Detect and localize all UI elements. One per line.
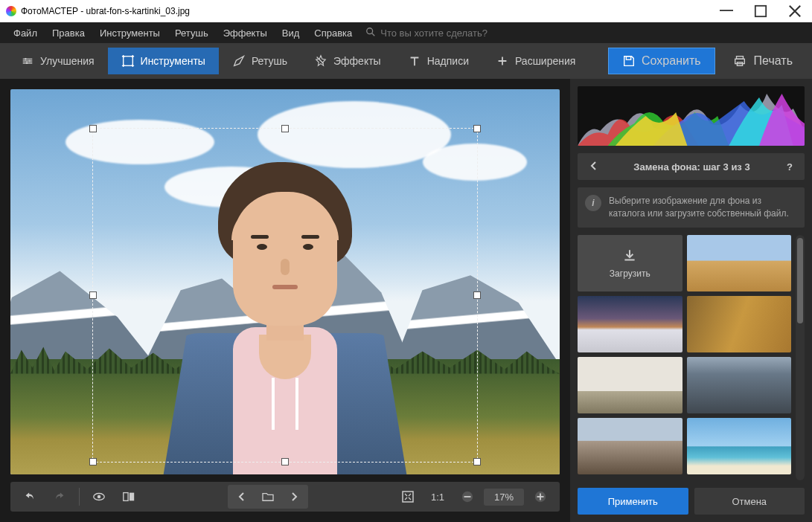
app-logo-icon bbox=[6, 6, 16, 16]
thumbs-scrollbar[interactable] bbox=[796, 235, 805, 480]
svg-rect-0 bbox=[720, 10, 733, 11]
nav-prev-button[interactable] bbox=[228, 485, 255, 509]
panel-footer: Применить Отмена bbox=[578, 488, 805, 515]
canvas-bottom-bar: 1:1 17% bbox=[10, 482, 560, 512]
svg-rect-17 bbox=[464, 496, 470, 497]
menu-effects[interactable]: Эффекты bbox=[217, 25, 273, 42]
toolbar: Улучшения Инструменты Ретушь Эффекты Над… bbox=[0, 43, 812, 79]
apply-button[interactable]: Применить bbox=[578, 488, 688, 515]
print-button[interactable]: Печать bbox=[721, 48, 805, 74]
svg-rect-15 bbox=[403, 492, 413, 502]
menu-file[interactable]: Файл bbox=[7, 25, 43, 42]
download-icon bbox=[621, 248, 638, 264]
save-button[interactable]: Сохранить bbox=[608, 48, 715, 74]
step-help-button[interactable]: ? bbox=[782, 160, 797, 174]
zoom-out-button[interactable] bbox=[454, 485, 481, 509]
zoom-in-button[interactable] bbox=[527, 485, 554, 509]
compare-button[interactable] bbox=[115, 485, 142, 509]
crop-handle-bm[interactable] bbox=[281, 458, 289, 465]
menu-view[interactable]: Вид bbox=[276, 25, 306, 42]
search-icon bbox=[365, 27, 376, 39]
titlebar: ФотоМАСТЕР - ubrat-fon-s-kartinki_03.jpg bbox=[0, 0, 812, 22]
crop-frame[interactable] bbox=[92, 128, 478, 463]
tab-extensions[interactable]: Расширения bbox=[482, 48, 589, 74]
svg-rect-6 bbox=[123, 57, 132, 66]
fit-screen-button[interactable] bbox=[394, 485, 421, 509]
svg-point-3 bbox=[25, 58, 27, 60]
crop-handle-br[interactable] bbox=[473, 458, 481, 465]
svg-point-2 bbox=[367, 28, 373, 33]
info-icon: i bbox=[585, 195, 601, 211]
upload-background-button[interactable]: Загрузить bbox=[578, 235, 682, 291]
crop-handle-mr[interactable] bbox=[473, 291, 481, 299]
nav-folder-button[interactable] bbox=[255, 485, 281, 509]
step-title: Замена фона: шаг 3 из 3 bbox=[601, 161, 782, 173]
ratio-button[interactable]: 1:1 bbox=[424, 485, 451, 509]
step-header: Замена фона: шаг 3 из 3 ? bbox=[578, 153, 805, 180]
menu-retouch[interactable]: Ретушь bbox=[169, 25, 214, 42]
bg-thumb-beach[interactable] bbox=[687, 418, 792, 474]
bg-thumb-city[interactable] bbox=[687, 357, 792, 413]
svg-rect-7 bbox=[626, 57, 630, 60]
bg-thumb-room[interactable] bbox=[578, 357, 682, 413]
title-file: ubrat-fon-s-kartinki_03.jpg bbox=[86, 6, 190, 16]
undo-button[interactable] bbox=[16, 485, 43, 509]
crop-handle-ml[interactable] bbox=[89, 291, 97, 299]
crop-handle-tr[interactable] bbox=[473, 125, 481, 132]
crop-handle-tl[interactable] bbox=[89, 125, 97, 132]
menubar: Файл Правка Инструменты Ретушь Эффекты В… bbox=[0, 22, 812, 43]
svg-point-12 bbox=[97, 495, 101, 499]
window-maximize-button[interactable] bbox=[744, 0, 778, 22]
tab-retouch[interactable]: Ретушь bbox=[219, 48, 301, 74]
histogram bbox=[578, 86, 805, 146]
zoom-value[interactable]: 17% bbox=[484, 489, 524, 506]
crop-handle-tm[interactable] bbox=[281, 125, 289, 132]
menu-tools[interactable]: Инструменты bbox=[94, 25, 166, 42]
info-box: i Выберите изображение для фона из катал… bbox=[578, 187, 805, 228]
svg-rect-20 bbox=[540, 494, 541, 500]
svg-rect-13 bbox=[124, 493, 128, 501]
svg-rect-9 bbox=[735, 59, 744, 63]
cancel-button[interactable]: Отмена bbox=[694, 488, 805, 515]
svg-point-4 bbox=[28, 60, 31, 62]
background-thumbnail-grid: Загрузить bbox=[578, 235, 791, 480]
title-app: ФотоМАСТЕР bbox=[21, 6, 78, 16]
svg-point-5 bbox=[26, 62, 28, 64]
redo-button[interactable] bbox=[46, 485, 73, 509]
right-panel: Замена фона: шаг 3 из 3 ? i Выберите изо… bbox=[570, 79, 812, 522]
tab-effects[interactable]: Эффекты bbox=[301, 48, 394, 74]
window-minimize-button[interactable] bbox=[709, 0, 744, 22]
scroll-thumb[interactable] bbox=[797, 238, 803, 324]
bg-thumb-autumn[interactable] bbox=[687, 296, 792, 352]
nav-next-button[interactable] bbox=[281, 485, 308, 509]
bg-thumb-desert[interactable] bbox=[687, 235, 792, 291]
search-input[interactable] bbox=[380, 28, 544, 39]
svg-rect-1 bbox=[755, 6, 766, 16]
bg-thumb-town[interactable] bbox=[578, 418, 682, 474]
tab-text[interactable]: Надписи bbox=[394, 48, 482, 74]
canvas[interactable] bbox=[10, 89, 560, 474]
menu-help[interactable]: Справка bbox=[308, 25, 358, 42]
window-close-button[interactable] bbox=[778, 0, 812, 22]
bg-thumb-sunset[interactable] bbox=[578, 296, 682, 352]
crop-handle-bl[interactable] bbox=[89, 458, 97, 465]
tab-enhance[interactable]: Улучшения bbox=[7, 48, 108, 74]
info-text: Выберите изображение для фона из каталог… bbox=[609, 195, 797, 220]
tab-tools[interactable]: Инструменты bbox=[108, 48, 219, 74]
svg-rect-14 bbox=[130, 493, 134, 501]
search-box bbox=[365, 27, 544, 39]
step-back-button[interactable] bbox=[585, 159, 601, 175]
menu-edit[interactable]: Правка bbox=[46, 25, 91, 42]
preview-button[interactable] bbox=[86, 485, 112, 509]
